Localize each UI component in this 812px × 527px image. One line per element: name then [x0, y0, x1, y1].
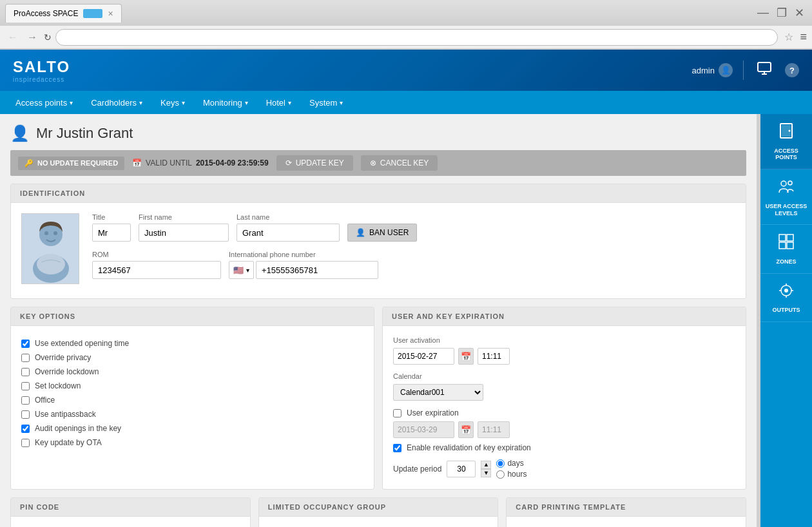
ban-icon: 👤 [356, 228, 365, 237]
phone-label: International phone number [229, 251, 378, 258]
options-expiration-row: KEY OPTIONS Use extended opening time Ov… [10, 307, 746, 497]
update-period-input[interactable] [447, 461, 476, 477]
nav-monitoring[interactable]: Monitoring ▾ [194, 93, 257, 113]
option-override-lockdown-checkbox[interactable] [21, 368, 30, 376]
bookmark-icon[interactable]: ☆ [784, 31, 793, 43]
cancel-key-button[interactable]: ⊗ CANCEL KEY [361, 155, 438, 171]
option-audit-openings-checkbox[interactable] [21, 425, 30, 433]
notification-icon[interactable] [754, 58, 775, 82]
tab-close-btn[interactable]: × [108, 8, 113, 19]
expiration-date-input[interactable] [393, 421, 454, 438]
option-extended-opening[interactable]: Use extended opening time [21, 339, 363, 348]
bottom-sections: PIN CODE PIN code blocked... LIMITED OCC… [10, 497, 746, 527]
sidebar-item-user-access-levels[interactable]: USER ACCESS LEVELS [760, 169, 812, 225]
forward-btn[interactable]: → [24, 30, 40, 44]
option-override-privacy[interactable]: Override privacy [21, 353, 363, 362]
refresh-btn[interactable]: ↻ [44, 32, 52, 43]
option-antipassback[interactable]: Use antipassback [21, 410, 363, 419]
option-override-privacy-checkbox[interactable] [21, 354, 30, 362]
pin-code-section: PIN CODE PIN code blocked... [10, 497, 251, 527]
period-down-btn[interactable]: ▼ [481, 469, 491, 477]
logo-sub-start: inspired [13, 76, 41, 83]
days-option[interactable]: days [496, 459, 527, 468]
name-row: Title First name Last name [92, 213, 735, 242]
address-bar[interactable] [55, 29, 778, 46]
days-radio[interactable] [496, 459, 505, 468]
option-key-update-ota[interactable]: Key update by OTA [21, 438, 363, 447]
expiration-section: USER AND KEY EXPIRATION User activation … [382, 307, 746, 490]
expiration-checkbox[interactable] [393, 409, 401, 417]
option-audit-openings[interactable]: Audit openings in the key [21, 424, 363, 433]
nav-cardholders[interactable]: Cardholders ▾ [82, 93, 151, 113]
option-extended-opening-checkbox[interactable] [21, 340, 30, 348]
title-input[interactable] [92, 224, 131, 242]
back-btn[interactable]: ← [5, 30, 21, 44]
lastname-input[interactable] [237, 224, 340, 242]
lastname-label: Last name [237, 213, 340, 221]
activation-calendar-btn[interactable]: 📅 [458, 348, 474, 365]
sidebar-item-outputs[interactable]: OUTPUTS [760, 274, 812, 322]
update-period-row: Update period ▲ ▼ days [393, 459, 735, 479]
calendar-select[interactable]: Calendar001 [393, 384, 483, 401]
door-icon [777, 122, 795, 145]
firstname-input[interactable] [139, 224, 229, 242]
option-key-update-ota-label: Key update by OTA [35, 438, 102, 447]
key-options-list: Use extended opening time Override priva… [21, 336, 363, 447]
nav-access-points[interactable]: Access points ▾ [6, 93, 82, 113]
phone-input[interactable] [256, 261, 378, 279]
svg-point-7 [44, 231, 48, 235]
nav-access-points-arrow: ▾ [70, 99, 73, 106]
update-key-label: UPDATE KEY [296, 158, 344, 168]
hours-option[interactable]: hours [496, 470, 527, 479]
browser-menu-icon[interactable]: ≡ [800, 30, 807, 44]
nav-system[interactable]: System ▾ [300, 93, 352, 113]
option-override-lockdown[interactable]: Override lockdown [21, 367, 363, 376]
rom-input[interactable] [92, 261, 221, 279]
update-key-button[interactable]: ⟳ UPDATE KEY [276, 155, 353, 171]
win-maximize-btn[interactable]: ❐ [774, 6, 789, 20]
activation-date-input[interactable] [393, 348, 454, 365]
option-key-update-ota-checkbox[interactable] [21, 439, 30, 447]
card-printing-header: CARD PRINTING TEMPLATE [507, 498, 746, 517]
activation-time-input[interactable] [478, 348, 510, 365]
option-set-lockdown-checkbox[interactable] [21, 382, 30, 390]
win-minimize-btn[interactable]: — [755, 6, 771, 20]
hours-radio[interactable] [496, 470, 505, 479]
win-close-btn[interactable]: ✕ [792, 6, 807, 20]
nav-hotel[interactable]: Hotel ▾ [257, 93, 300, 113]
lastname-group: Last name [237, 213, 340, 242]
ban-user-button[interactable]: 👤 BAN USER [347, 224, 417, 242]
option-office-checkbox[interactable] [21, 396, 30, 405]
option-office[interactable]: Office [21, 396, 363, 405]
revalidation-label[interactable]: Enable revalidation of key expiration [393, 443, 735, 452]
expiration-checkbox-label[interactable]: User expiration [393, 408, 735, 417]
sidebar-item-zones[interactable]: ZONES [760, 225, 812, 273]
help-icon[interactable]: ? [785, 63, 799, 77]
sidebar-item-access-points[interactable]: ACCESS POINTS [760, 114, 812, 169]
status-badge: 🔑 NO UPDATE REQUIRED [18, 157, 124, 170]
period-up-btn[interactable]: ▲ [481, 461, 491, 469]
svg-rect-15 [779, 235, 786, 241]
expiration-time-input[interactable] [478, 421, 510, 438]
rom-group: ROM [92, 251, 221, 279]
zones-icon [777, 233, 795, 256]
browser-tab[interactable]: ProAccess SPACE × [5, 4, 122, 23]
key-options-header: KEY OPTIONS [11, 307, 374, 326]
identification-fields: Title First name Last name [92, 213, 735, 288]
revalidation-checkbox[interactable] [393, 444, 401, 452]
admin-label: admin [692, 66, 715, 75]
key-icon: 🔑 [24, 159, 34, 168]
svg-point-8 [53, 231, 57, 235]
expiration-calendar-btn[interactable]: 📅 [458, 421, 474, 438]
nav-hotel-label: Hotel [266, 98, 285, 108]
expiration-header: USER AND KEY EXPIRATION [383, 307, 746, 326]
phone-group: International phone number 🇺🇸 ▾ [229, 251, 378, 279]
nav-keys[interactable]: Keys ▾ [151, 93, 194, 113]
option-set-lockdown[interactable]: Set lockdown [21, 381, 363, 390]
days-label: days [507, 459, 523, 468]
flag-dropdown[interactable]: 🇺🇸 ▾ [229, 261, 254, 279]
nav-monitoring-label: Monitoring [203, 98, 242, 108]
tab-title: ProAccess SPACE [14, 9, 78, 18]
period-stepper: ▲ ▼ [481, 461, 491, 477]
option-antipassback-checkbox[interactable] [21, 410, 30, 419]
